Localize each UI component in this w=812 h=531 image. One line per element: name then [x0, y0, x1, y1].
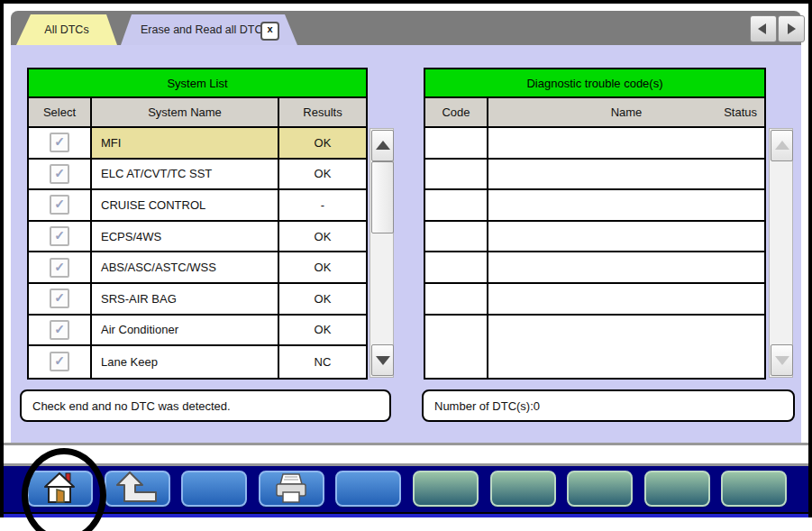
- system-name-cell: SRS-AIR BAG: [92, 284, 279, 314]
- select-cell: ✓: [29, 222, 92, 252]
- system-name-cell: CRUISE CONTROL: [92, 190, 279, 220]
- printer-icon: [271, 471, 311, 507]
- system-checkbox[interactable]: ✓: [50, 258, 69, 278]
- scroll-down-icon: [775, 356, 789, 365]
- dtc-code-cell: [425, 316, 488, 378]
- tab-bar: All DTCs Erase and Read all DTCs x: [11, 11, 801, 45]
- tab-all-dtcs-label: All DTCs: [44, 23, 88, 36]
- system-row[interactable]: ✓ABS/ASC/ASTC/WSSOK: [29, 252, 366, 284]
- close-tab-icon[interactable]: x: [260, 22, 279, 41]
- dtc-row: [425, 316, 764, 378]
- dtc-row: [425, 190, 764, 222]
- up-arrow-icon: [115, 471, 159, 507]
- select-cell: ✓: [29, 316, 92, 345]
- dtc-name-cell: [488, 316, 764, 378]
- system-list-scrollbar[interactable]: [370, 128, 394, 378]
- tab-next-icon: [788, 23, 796, 34]
- system-checkbox[interactable]: ✓: [50, 133, 69, 152]
- column-header-name: Name: [611, 105, 643, 119]
- home-button[interactable]: [27, 471, 93, 507]
- system-list-header: Select System Name Results: [29, 98, 366, 128]
- select-cell: ✓: [29, 160, 92, 189]
- back-up-button[interactable]: [105, 471, 170, 507]
- system-checkbox[interactable]: ✓: [50, 164, 69, 184]
- tab-erase-label: Erase and Read all DTCs: [141, 23, 269, 36]
- select-cell: ✓: [29, 128, 92, 158]
- scroll-up-icon: [775, 141, 789, 150]
- dtc-name-cell: [488, 128, 764, 158]
- blank-button-2[interactable]: [335, 471, 401, 507]
- system-name-cell: ABS/ASC/ASTC/WSS: [92, 252, 279, 282]
- toolbar-accent-line: [4, 514, 808, 517]
- dtc-row: [425, 222, 764, 253]
- column-header-name-status: Name Status: [488, 98, 764, 126]
- blank-button-7[interactable]: [721, 471, 787, 507]
- system-row[interactable]: ✓CRUISE CONTROL-: [29, 190, 366, 222]
- dtc-name-cell: [488, 252, 764, 282]
- dtc-row: [425, 284, 764, 316]
- system-row[interactable]: ✓Lane KeepNC: [29, 346, 366, 378]
- system-row[interactable]: ✓MFIOK: [29, 128, 366, 160]
- system-name-cell: ECPS/4WS: [92, 222, 279, 252]
- select-cell: ✓: [29, 190, 92, 220]
- dtc-row: [425, 252, 764, 284]
- blank-button-5[interactable]: [567, 471, 633, 507]
- system-list-body: ✓MFIOK✓ELC AT/CVT/TC SSTOK✓CRUISE CONTRO…: [29, 128, 366, 378]
- system-checkbox[interactable]: ✓: [50, 320, 69, 340]
- dtc-code-cell: [425, 252, 488, 282]
- dtc-code-cell: [425, 190, 488, 220]
- system-row[interactable]: ✓ECPS/4WSOK: [29, 222, 366, 253]
- select-cell: ✓: [29, 252, 92, 282]
- blank-button-4[interactable]: [490, 471, 556, 507]
- scrollbar-thumb[interactable]: [371, 161, 394, 233]
- dtc-count-text: Number of DTC(s):0: [434, 399, 540, 413]
- dtc-scrollbar[interactable]: [769, 128, 793, 378]
- tab-erase-and-read-all-dtcs[interactable]: Erase and Read all DTCs x: [121, 14, 297, 45]
- bottom-toolbar: [4, 466, 808, 512]
- blank-button-1[interactable]: [181, 471, 247, 507]
- system-checkbox[interactable]: ✓: [50, 288, 69, 308]
- system-name-cell: MFI: [92, 128, 279, 158]
- tab-scroll-left-button[interactable]: [750, 15, 777, 42]
- system-checkbox[interactable]: ✓: [50, 352, 69, 371]
- dtc-row: [425, 160, 764, 191]
- result-cell: OK: [279, 252, 366, 282]
- tab-all-dtcs[interactable]: All DTCs: [16, 14, 117, 45]
- content-area: System List Select System Name Results ✓…: [11, 45, 801, 443]
- scroll-down-button[interactable]: [771, 344, 793, 376]
- blank-button-3[interactable]: [413, 471, 479, 507]
- message-strip: [4, 445, 808, 463]
- column-header-select: Select: [29, 98, 92, 126]
- system-row[interactable]: ✓Air ConditionerOK: [29, 316, 366, 347]
- tab-prev-icon: [758, 23, 766, 34]
- system-list-title: System List: [29, 69, 366, 98]
- system-list-table: System List Select System Name Results ✓…: [27, 68, 368, 380]
- system-row[interactable]: ✓SRS-AIR BAGOK: [29, 284, 366, 316]
- system-row[interactable]: ✓ELC AT/CVT/TC SSTOK: [29, 160, 366, 191]
- system-status-text: Check end and no DTC was detected.: [32, 399, 231, 413]
- result-cell: OK: [279, 316, 366, 345]
- scroll-up-button[interactable]: [371, 130, 394, 161]
- print-button[interactable]: [259, 471, 324, 507]
- scroll-up-icon: [376, 141, 390, 150]
- blank-button-6[interactable]: [644, 471, 710, 507]
- result-cell: OK: [279, 222, 366, 252]
- column-header-system-name: System Name: [92, 98, 279, 126]
- system-checkbox[interactable]: ✓: [50, 195, 69, 215]
- result-cell: OK: [279, 160, 366, 189]
- scroll-up-button[interactable]: [771, 130, 793, 161]
- dtc-table-header: Code Name Status: [425, 98, 764, 128]
- column-header-status: Status: [724, 105, 757, 119]
- dtc-table: Diagnostic trouble code(s) Code Name Sta…: [424, 68, 766, 380]
- dtc-code-cell: [425, 128, 488, 158]
- dtc-code-cell: [425, 160, 488, 189]
- scroll-down-icon: [376, 356, 390, 365]
- tab-scroll-right-button[interactable]: [778, 15, 805, 42]
- system-checkbox[interactable]: ✓: [50, 226, 69, 246]
- column-header-results: Results: [279, 98, 366, 126]
- scroll-down-button[interactable]: [371, 344, 394, 376]
- dtc-table-body: [425, 128, 764, 378]
- dtc-name-cell: [488, 284, 764, 314]
- system-name-cell: ELC AT/CVT/TC SST: [92, 160, 279, 189]
- result-cell: -: [279, 190, 366, 220]
